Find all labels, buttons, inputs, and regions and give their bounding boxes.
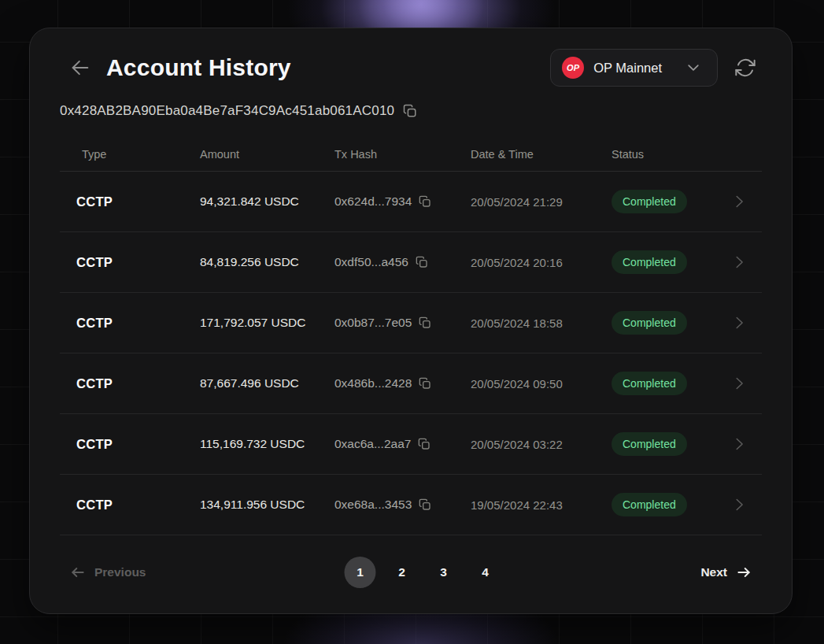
page-title: Account History	[106, 54, 291, 81]
tx-type: CCTP	[60, 255, 200, 270]
tx-amount: 94,321.842 USDC	[200, 194, 334, 209]
wallet-address: 0x428AB2BA90Eba0a4Be7aF34C9Ac451ab061AC0…	[60, 103, 394, 119]
status-badge: Completed	[612, 432, 687, 456]
arrow-left-icon	[70, 564, 86, 580]
table-row[interactable]: CCTP 84,819.256 USDC 0xdf50...a456 20/05…	[60, 232, 762, 293]
row-details-button[interactable]	[730, 496, 748, 513]
network-select[interactable]: OP OP Mainnet	[550, 49, 718, 87]
copy-address-button[interactable]	[403, 104, 417, 118]
copy-tx-hash-button[interactable]	[418, 438, 430, 450]
chevron-right-icon	[730, 375, 748, 392]
tx-datetime: 20/05/2024 18:58	[471, 316, 612, 330]
tx-type: CCTP	[60, 498, 200, 513]
copy-icon	[403, 104, 417, 118]
chevron-right-icon	[730, 496, 748, 513]
row-details-button[interactable]	[730, 314, 748, 331]
page-button-1[interactable]: 1	[345, 557, 376, 588]
tx-hash: 0xe68a...3453	[334, 498, 412, 512]
copy-icon	[419, 377, 431, 390]
column-header-tx-hash: Tx Hash	[334, 148, 471, 161]
table-header: Type Amount Tx Hash Date & Time Status	[60, 119, 762, 172]
page-button-3[interactable]: 3	[428, 557, 460, 588]
chevron-down-icon	[685, 60, 701, 76]
copy-tx-hash-button[interactable]	[419, 498, 431, 511]
header-bar: Account History OP OP Mainnet	[69, 49, 756, 87]
tx-datetime: 20/05/2024 03:22	[471, 438, 612, 451]
tx-datetime: 19/05/2024 22:43	[471, 498, 612, 512]
copy-icon	[419, 316, 431, 329]
copy-icon	[416, 256, 428, 268]
refresh-button[interactable]	[734, 57, 756, 79]
table-row[interactable]: CCTP 94,321.842 USDC 0x624d...7934 20/05…	[60, 172, 762, 232]
tx-datetime: 20/05/2024 21:29	[471, 195, 612, 209]
row-details-button[interactable]	[730, 254, 748, 271]
table-row[interactable]: CCTP 87,667.496 USDC 0x486b...2428 20/05…	[60, 353, 762, 414]
network-name: OP Mainnet	[593, 61, 662, 76]
wallet-address-row: 0x428AB2BA90Eba0a4Be7aF34C9Ac451ab061AC0…	[60, 103, 762, 119]
back-button[interactable]	[69, 57, 91, 79]
arrow-left-icon	[69, 57, 91, 79]
row-details-button[interactable]	[730, 375, 748, 392]
tx-amount: 115,169.732 USDC	[200, 437, 334, 451]
column-header-status: Status	[612, 148, 730, 161]
tx-hash: 0xdf50...a456	[334, 255, 408, 269]
chevron-right-icon	[730, 314, 748, 331]
copy-icon	[418, 438, 430, 450]
next-page-button[interactable]: Next	[700, 564, 762, 580]
arrow-right-icon	[736, 564, 752, 580]
chevron-right-icon	[730, 435, 748, 453]
column-header-amount: Amount	[200, 148, 334, 161]
copy-tx-hash-button[interactable]	[419, 316, 431, 329]
copy-icon	[419, 195, 431, 208]
column-header-datetime: Date & Time	[471, 148, 612, 161]
status-badge: Completed	[612, 250, 687, 274]
table-row[interactable]: CCTP 134,911.956 USDC 0xe68a...3453 19/0…	[60, 475, 762, 535]
tx-type: CCTP	[60, 437, 200, 452]
copy-tx-hash-button[interactable]	[419, 195, 431, 208]
table-row[interactable]: CCTP 115,169.732 USDC 0xac6a...2aa7 20/0…	[60, 414, 762, 475]
tx-hash: 0x624d...7934	[334, 194, 412, 209]
tx-hash: 0x486b...2428	[334, 376, 412, 390]
refresh-icon	[734, 57, 756, 79]
tx-hash: 0xac6a...2aa7	[334, 437, 411, 451]
column-header-type: Type	[60, 148, 200, 161]
transactions-table: Type Amount Tx Hash Date & Time Status C…	[60, 119, 762, 535]
tx-type: CCTP	[60, 316, 200, 331]
pagination-bar: Previous 1234 Next	[60, 535, 762, 609]
next-label: Next	[700, 565, 727, 579]
status-badge: Completed	[612, 372, 687, 395]
previous-page-button[interactable]: Previous	[60, 564, 146, 580]
row-details-button[interactable]	[730, 435, 748, 453]
previous-label: Previous	[94, 565, 146, 579]
tx-datetime: 20/05/2024 20:16	[471, 256, 612, 269]
account-history-card: Account History OP OP Mainnet 0x428AB2BA…	[29, 28, 793, 614]
chevron-right-icon	[730, 254, 748, 271]
status-badge: Completed	[612, 190, 687, 213]
tx-datetime: 20/05/2024 09:50	[471, 377, 612, 390]
table-row[interactable]: CCTP 171,792.057 USDC 0x0b87...7e05 20/0…	[60, 293, 762, 353]
copy-tx-hash-button[interactable]	[416, 256, 428, 268]
tx-amount: 171,792.057 USDC	[200, 316, 334, 330]
page-button-2[interactable]: 2	[386, 557, 418, 588]
tx-amount: 134,911.956 USDC	[200, 498, 334, 512]
tx-amount: 87,667.496 USDC	[200, 376, 334, 390]
row-details-button[interactable]	[730, 193, 748, 210]
page-button-4[interactable]: 4	[470, 557, 501, 588]
page-numbers: 1234	[345, 557, 501, 588]
tx-type: CCTP	[60, 194, 200, 209]
status-badge: Completed	[612, 493, 687, 516]
status-badge: Completed	[612, 311, 687, 335]
tx-amount: 84,819.256 USDC	[200, 255, 334, 269]
copy-tx-hash-button[interactable]	[419, 377, 431, 390]
chevron-right-icon	[730, 193, 748, 210]
tx-hash: 0x0b87...7e05	[334, 316, 412, 330]
tx-type: CCTP	[60, 376, 200, 391]
op-network-icon: OP	[562, 57, 584, 79]
copy-icon	[419, 498, 431, 511]
